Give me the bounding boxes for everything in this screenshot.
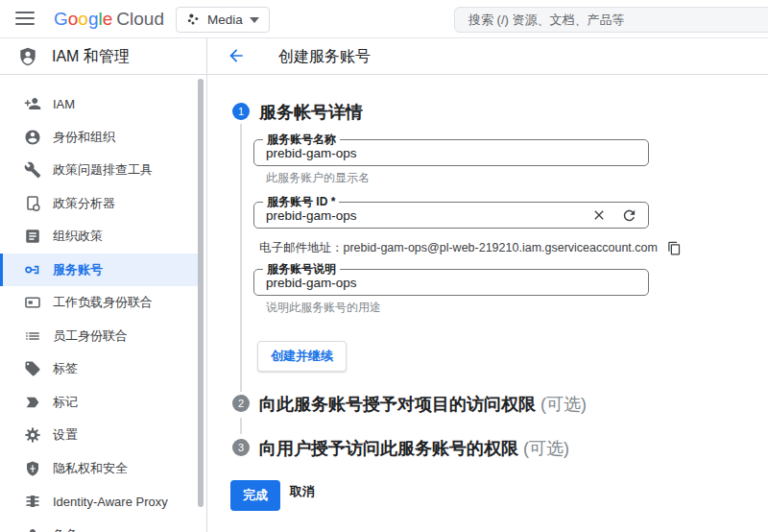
- menu-icon[interactable]: [15, 12, 35, 27]
- sidebar-item-label: 身份和组织: [53, 129, 115, 146]
- sidebar-item-labels[interactable]: 标签: [0, 352, 199, 386]
- sidebar-item-label: 隐私权和安全: [53, 460, 128, 477]
- search-bar: [454, 7, 768, 33]
- email-address-row: 电子邮件地址：prebid-gam-ops@pl-web-219210.iam.…: [259, 240, 683, 256]
- wrench-icon: [24, 161, 41, 179]
- sidebar-item-tags[interactable]: 标记: [0, 386, 199, 420]
- step-optional-text: (可选): [540, 395, 587, 414]
- step-2-indicator: 2: [232, 395, 250, 412]
- done-button[interactable]: 完成: [230, 480, 280, 511]
- refresh-icon: [621, 207, 637, 224]
- copy-icon: [667, 241, 682, 255]
- create-and-continue-button[interactable]: 创建并继续: [257, 341, 347, 372]
- sidebar-item-label: 工作负载身份联合: [53, 294, 153, 311]
- sidebar-item-label: 标记: [53, 394, 78, 411]
- service-header: IAM 和管理: [0, 38, 207, 74]
- sidebar-item-label: Identity-Aware Proxy: [53, 495, 168, 509]
- copy-email-button[interactable]: [667, 241, 683, 256]
- step-title-text: 服务帐号详情: [259, 103, 363, 122]
- step-number: 1: [238, 106, 244, 117]
- name-field-label: 服务账号名称: [263, 133, 340, 145]
- sidebar-item-identity-org[interactable]: 身份和组织: [0, 121, 199, 155]
- step-3-indicator: 3: [232, 439, 250, 456]
- sidebar-item-org-policies[interactable]: 组织政策: [0, 220, 199, 254]
- logo-letter: g: [88, 9, 99, 29]
- step-2-title: 向此服务账号授予对项目的访问权限 (可选): [259, 393, 587, 416]
- policy-analyzer-icon: [24, 195, 41, 212]
- step-optional-text: (可选): [523, 439, 569, 458]
- step-title-text: 向此服务账号授予对项目的访问权限: [259, 395, 536, 414]
- iap-icon: [24, 493, 41, 510]
- sidebar-item-service-accounts[interactable]: 服务账号: [0, 254, 199, 287]
- sidebar-item-privacy-security[interactable]: 隐私权和安全: [0, 452, 199, 486]
- regenerate-id-button[interactable]: [620, 207, 637, 225]
- back-button[interactable]: [226, 46, 247, 67]
- gear-icon: [24, 426, 41, 444]
- logo-cloud-text: Cloud: [116, 9, 164, 29]
- top-app-bar: GoogleCloud Media: [0, 0, 768, 38]
- sidebar-item-settings[interactable]: 设置: [0, 419, 199, 452]
- clear-id-button[interactable]: [590, 207, 608, 225]
- step-number: 3: [238, 442, 244, 453]
- service-account-id-field: 服务账号 ID *: [253, 202, 649, 229]
- logo-letter: o: [68, 9, 79, 29]
- logo-letter: o: [78, 9, 88, 29]
- project-name: Media: [207, 12, 243, 27]
- label-important-icon: [24, 394, 41, 411]
- step-1-indicator: 1: [232, 103, 250, 120]
- email-label: 电子邮件地址：prebid-gam-ops@pl-web-219210.iam.…: [259, 240, 658, 256]
- step-3-title: 向用户授予访问此服务账号的权限 (可选): [259, 437, 569, 460]
- sidebar-item-label: IAM: [53, 97, 75, 111]
- google-cloud-logo[interactable]: GoogleCloud: [54, 9, 164, 30]
- back-arrow-icon: [227, 46, 246, 65]
- sidebar-nav: IAM 身份和组织 政策问题排查工具 政策分析器 组织政策 服务账号 工作负载身…: [0, 75, 207, 532]
- sidebar-item-label: 设置: [53, 426, 78, 444]
- id-field-label: 服务账号 ID *: [263, 196, 339, 207]
- page-header: 创建服务账号: [207, 38, 768, 74]
- service-account-name-field: 服务账号名称: [253, 139, 649, 166]
- sidebar-scrollbar[interactable]: [198, 79, 204, 507]
- service-account-description-field: 服务账号说明: [253, 269, 649, 296]
- list-icon: [24, 327, 41, 345]
- sidebar-item-workforce-identity[interactable]: 员工身份联合: [0, 320, 199, 353]
- roles-icon: [24, 526, 41, 532]
- section-header-row: IAM 和管理 创建服务账号: [0, 38, 768, 75]
- sidebar-item-label: 组织政策: [53, 228, 103, 245]
- email-value: prebid-gam-ops@pl-web-219210.iam.gservic…: [344, 241, 658, 254]
- stepper-connector: [240, 418, 242, 434]
- tag-icon: [24, 360, 41, 377]
- document-icon: [24, 228, 41, 245]
- service-title: IAM 和管理: [52, 47, 130, 67]
- sidebar-item-label: 服务账号: [53, 261, 103, 278]
- sidebar-item-roles[interactable]: 角色: [0, 519, 199, 532]
- chevron-down-icon: [250, 17, 259, 23]
- logo-letter: G: [54, 9, 68, 29]
- step-1-title: 服务帐号详情: [259, 101, 363, 124]
- search-input[interactable]: [455, 8, 768, 32]
- name-field-helper: 此服务账户的显示名: [266, 170, 370, 186]
- project-selector[interactable]: Media: [176, 7, 270, 33]
- description-field-helper: 说明此服务账号的用途: [266, 300, 381, 316]
- close-icon: [591, 207, 607, 223]
- sidebar-item-label: 政策问题排查工具: [53, 161, 153, 179]
- iam-shield-icon: [17, 46, 38, 67]
- project-icon: [186, 12, 201, 27]
- sidebar-item-label: 角色: [53, 526, 78, 532]
- step-number: 2: [238, 398, 244, 409]
- cancel-button[interactable]: 取消: [290, 483, 315, 500]
- stepper-connector: [240, 124, 242, 392]
- sidebar-item-troubleshooter[interactable]: 政策问题排查工具: [0, 154, 199, 187]
- sidebar-item-policy-analyzer[interactable]: 政策分析器: [0, 187, 199, 221]
- sidebar-item-label: 员工身份联合: [53, 327, 128, 345]
- create-service-account-form: 1 服务帐号详情 服务账号名称 此服务账户的显示名 服务账号 ID * 电子邮件…: [207, 75, 768, 532]
- sidebar-item-iam[interactable]: IAM: [0, 87, 199, 121]
- sidebar-item-label: 标签: [53, 360, 78, 377]
- logo-letter: e: [103, 9, 113, 29]
- person-add-icon: [24, 95, 41, 112]
- page-title: 创建服务账号: [278, 47, 371, 67]
- sidebar-item-workload-identity[interactable]: 工作负载身份联合: [0, 286, 199, 320]
- id-card-icon: [24, 294, 41, 311]
- sidebar-item-label: 政策分析器: [53, 195, 115, 212]
- sidebar-item-iap[interactable]: Identity-Aware Proxy: [0, 485, 199, 519]
- step-title-text: 向用户授予访问此服务账号的权限: [259, 439, 518, 458]
